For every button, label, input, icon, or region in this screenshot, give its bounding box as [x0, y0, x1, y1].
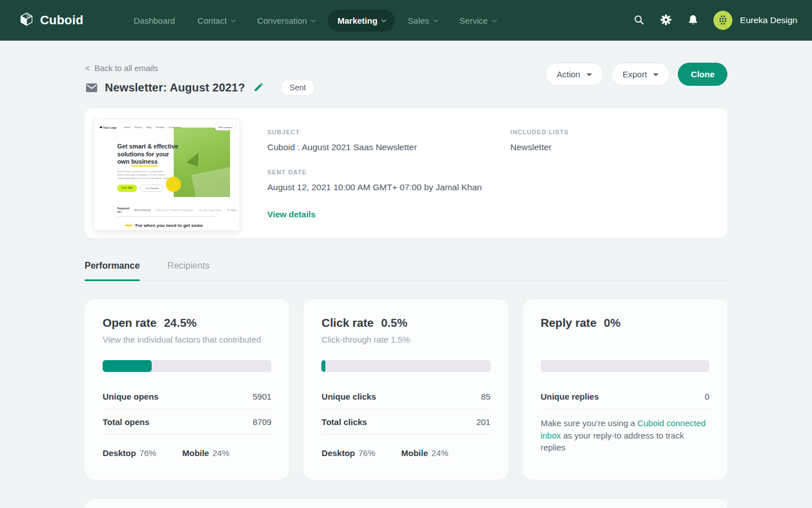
thumb-hero-image — [174, 128, 230, 197]
click-rate-head: Click rate 0.5% — [321, 316, 490, 330]
nav-sales-label: Sales — [408, 16, 429, 25]
table-row: Unique clicks 85 — [321, 384, 490, 409]
brand-name: Cuboid — [40, 13, 83, 28]
thumb-brand: The New York Times — [198, 209, 222, 212]
settings-button[interactable] — [655, 9, 677, 32]
brand[interactable]: Cuboid — [19, 12, 83, 29]
email-meta: SUBJECT Cuboid : August 2021 Saas Newsle… — [267, 129, 710, 220]
thumb-cta-button: Start a project — [215, 124, 236, 130]
included-lists-value: Newsletter — [510, 142, 569, 152]
thumb-brand: Bloomberg — [134, 208, 151, 212]
subject-label: SUBJECT — [267, 129, 510, 135]
top-navigation-bar: Cuboid Dashboard Contact Conversation Ma… — [0, 0, 812, 41]
open-rate-progress-fill — [103, 360, 152, 372]
open-rate-card: Open rate 24.5% View the individual fact… — [85, 299, 289, 480]
action-dropdown[interactable]: Action — [545, 63, 603, 86]
table-row: Unique replies 0 — [541, 384, 709, 409]
topbar-actions: Eureka Design — [628, 9, 797, 32]
thumb-secondary-button: Our Portfolio — [140, 185, 164, 192]
status-badge: Sent — [280, 79, 316, 96]
email-meta-main: SUBJECT Cuboid : August 2021 Saas Newsle… — [267, 129, 510, 220]
nav-service-label: Service — [460, 16, 488, 25]
pencil-icon — [253, 81, 265, 95]
sent-date-value: August 12, 2021 10:00 AM GMT+ 07:00 by J… — [267, 182, 510, 192]
reply-rate-value: 0% — [604, 316, 621, 330]
notifications-button[interactable] — [682, 9, 704, 32]
included-lists-label: INCLUDED LISTS — [510, 129, 569, 135]
thumb-footer: For when you need to get some — [125, 223, 203, 228]
table-row: Total opens 8709 — [103, 409, 271, 435]
open-rate-rows: Unique opens 5901 Total opens 8709 — [103, 384, 271, 435]
table-row: Unique opens 5901 — [103, 384, 271, 409]
action-dropdown-label: Action — [557, 69, 580, 79]
next-section-card — [85, 499, 727, 508]
nav-marketing[interactable]: Marketing — [328, 10, 395, 32]
bell-icon — [687, 14, 699, 28]
avatar — [713, 11, 732, 30]
export-dropdown-label: Export — [623, 69, 647, 79]
reply-rate-card: Reply rate 0% Unique replies 0 Make sure… — [523, 299, 727, 480]
main-nav: Dashboard Contact Conversation Marketing… — [124, 10, 505, 32]
chevron-left-icon: < — [85, 64, 90, 73]
click-rate-title: Click rate — [321, 316, 373, 330]
nav-conversation[interactable]: Conversation — [248, 10, 324, 32]
search-button[interactable] — [628, 9, 650, 32]
thumb-brand: Forbes — [227, 208, 236, 212]
open-rate-subtitle: View the individual factors that contrib… — [103, 335, 271, 346]
edit-title-button[interactable] — [251, 80, 266, 96]
header-actions: Action Export Clone — [545, 63, 727, 86]
chevron-down-icon — [433, 17, 438, 22]
nav-sales[interactable]: Sales — [398, 10, 447, 32]
email-icon — [85, 81, 99, 95]
chevron-down-icon — [492, 17, 496, 22]
performance-stats: Open rate 24.5% View the individual fact… — [85, 299, 727, 480]
thumb-yellow-circle — [166, 177, 181, 192]
cuboid-logo-icon — [19, 12, 34, 29]
click-rate-progress-fill — [321, 360, 325, 372]
export-dropdown[interactable]: Export — [611, 63, 670, 86]
thumb-yellow-dash — [125, 225, 132, 226]
open-rate-device-split: Desktop 76% Mobile 24% — [103, 448, 271, 458]
page-title: Newsletter: August 2021? — [105, 81, 245, 94]
caret-down-icon — [586, 73, 592, 76]
thumb-brand: THE WALL STREET JOURNAL — [156, 209, 193, 212]
click-rate-card: Click rate 0.5% Click-through rate 1.5% … — [303, 299, 508, 480]
thumb-logo: Your Logo — [100, 126, 117, 129]
thumb-primary-button: Let's Talk — [117, 185, 137, 192]
open-rate-head: Open rate 24.5% — [103, 316, 271, 330]
back-link-label: Back to all emails — [94, 64, 158, 73]
account-menu[interactable]: Eureka Design — [713, 11, 797, 30]
thumb-headline: Get smart & effective solutions for your… — [117, 143, 178, 166]
view-details-link[interactable]: View details — [267, 209, 316, 219]
click-rate-progress-bar — [321, 360, 490, 372]
tab-recipients[interactable]: Recipients — [167, 255, 210, 280]
click-rate-value: 0.5% — [381, 316, 408, 330]
nav-contact[interactable]: Contact — [188, 10, 244, 32]
email-overview-card: Your Logo Home Service Blog Portfolio Te… — [85, 108, 727, 238]
clone-button[interactable]: Clone — [678, 63, 727, 86]
open-rate-value: 24.5% — [164, 316, 197, 330]
open-rate-title: Open rate — [103, 316, 157, 330]
nav-contact-label: Contact — [197, 16, 227, 25]
nav-marketing-label: Marketing — [337, 16, 377, 25]
thumb-nav-links: Home Service Blog Portfolio Testimonials — [124, 126, 181, 129]
tab-performance[interactable]: Performance — [85, 255, 140, 280]
reply-rate-subtitle — [541, 335, 709, 346]
email-meta-lists: INCLUDED LISTS Newsletter — [510, 129, 569, 220]
thumb-featured-row: Featured on : Bloomberg THE WALL STREET … — [117, 207, 219, 213]
reply-rate-rows: Unique replies 0 — [541, 384, 709, 409]
open-rate-progress-bar — [103, 360, 271, 372]
reply-rate-head: Reply rate 0% — [541, 316, 709, 330]
subject-value: Cuboid : August 2021 Saas Newsletter — [267, 142, 510, 152]
nav-service[interactable]: Service — [450, 10, 505, 32]
nav-conversation-label: Conversation — [257, 16, 307, 25]
sent-date-label: SENT DATE — [267, 169, 510, 176]
nav-dashboard[interactable]: Dashboard — [124, 10, 184, 32]
email-preview-thumbnail[interactable]: Your Logo Home Service Blog Portfolio Te… — [94, 119, 240, 230]
click-rate-device-split: Desktop 76% Mobile 24% — [321, 448, 490, 458]
back-link[interactable]: < Back to all emails — [85, 64, 158, 73]
chevron-down-icon — [382, 17, 386, 22]
chevron-down-icon — [231, 17, 236, 22]
thumb-nav: Your Logo Home Service Blog Portfolio Te… — [100, 124, 236, 130]
app-window: Cuboid Dashboard Contact Conversation Ma… — [0, 0, 812, 508]
